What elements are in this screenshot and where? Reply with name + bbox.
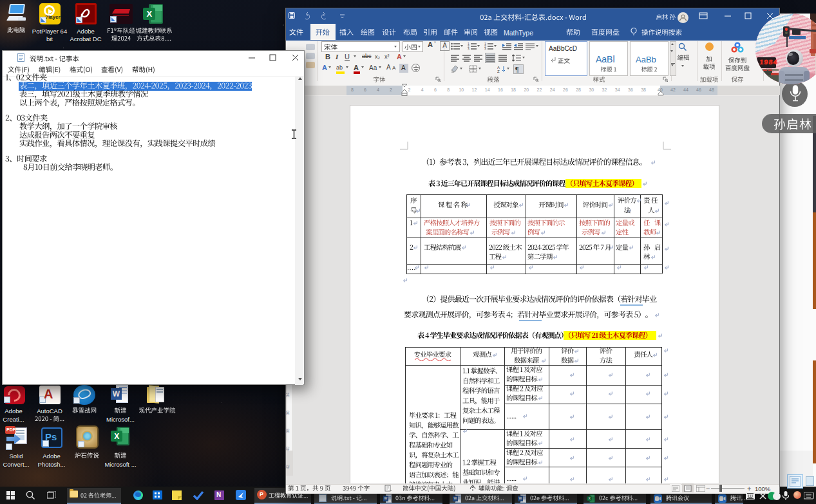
svg-text:3: 3	[484, 47, 486, 50]
svg-text:3: 3	[468, 47, 470, 50]
svg-text:Z: Z	[497, 70, 500, 73]
svg-text:¶: ¶	[515, 65, 519, 73]
